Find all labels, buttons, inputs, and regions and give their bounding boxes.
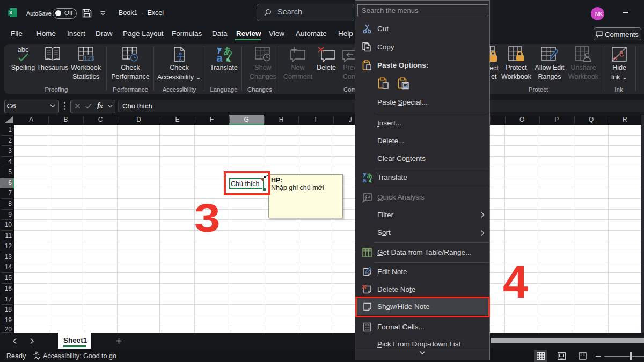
svg-text:123: 123 [84, 55, 94, 62]
svg-text:X: X [9, 10, 13, 16]
svg-text:あ: あ [223, 46, 232, 56]
svg-text:a: a [216, 52, 223, 63]
svg-text:あ: あ [367, 172, 372, 179]
svg-text:abc: abc [18, 46, 29, 54]
svg-text:a: a [362, 176, 367, 183]
